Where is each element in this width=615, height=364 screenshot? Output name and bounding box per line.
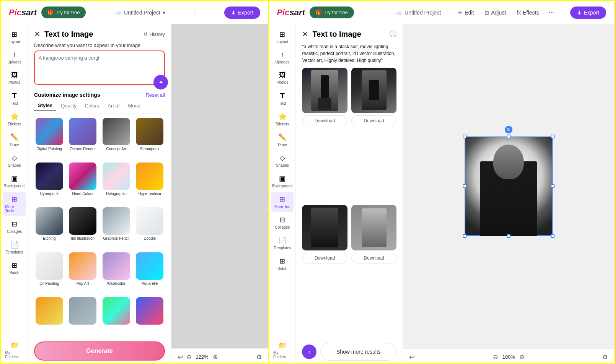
try-free-button-left[interactable]: 🎁 Try for free — [41, 6, 86, 18]
handle-rm[interactable] — [551, 184, 555, 188]
handle-br[interactable] — [551, 234, 555, 238]
handle-tr[interactable] — [551, 135, 555, 138]
style-misc2[interactable] — [68, 297, 98, 335]
style-misc3[interactable] — [101, 297, 132, 335]
handle-tm[interactable] — [507, 135, 511, 138]
sidebar-item-uploads-right[interactable]: ↑ Uploads — [271, 48, 294, 67]
reset-all-button[interactable]: Reset all — [145, 92, 165, 98]
sidebar-item-stickers-left[interactable]: ⭐ Stickers — [3, 109, 26, 129]
undo-button-right[interactable]: ↩ — [409, 353, 415, 361]
close-panel-button-right[interactable]: ✕ — [302, 29, 308, 39]
zoom-out-button-right[interactable]: ⊖ — [493, 353, 498, 361]
batch-icon-right: ⊞ — [279, 257, 285, 265]
style-misc4[interactable] — [135, 297, 165, 335]
export-button-right[interactable]: ⬇ Export — [570, 6, 606, 19]
try-free-button-right[interactable]: 🎁 Try for free — [310, 6, 354, 18]
sidebar-item-templates-left[interactable]: 📄 Templates — [3, 237, 26, 257]
rotate-handle[interactable]: ↻ — [505, 126, 512, 133]
tab-quality[interactable]: Quality — [57, 101, 80, 110]
generate-button[interactable]: Generate — [34, 341, 165, 361]
sidebar-item-myfolders-right[interactable]: 📁 My Folders — [271, 338, 294, 362]
sidebar-item-draw-right[interactable]: ✏️ Draw — [271, 130, 294, 150]
style-holographic[interactable]: Holographic — [101, 162, 132, 204]
adjust-button[interactable]: ⊟ Adjust — [480, 7, 511, 18]
tab-mood[interactable]: Mood — [124, 101, 144, 110]
sidebar-item-photos-right[interactable]: 🖼 Photos — [271, 68, 294, 88]
handle-bl[interactable] — [463, 234, 467, 238]
sidebar-item-text-left[interactable]: T Text — [3, 88, 26, 109]
zoom-out-button-left[interactable]: ⊖ — [186, 353, 191, 361]
effects-icon: fx — [517, 10, 521, 16]
sidebar-item-shapes-right[interactable]: ◇ Shapes — [271, 151, 294, 171]
style-graphite-pencil[interactable]: Graphite Pencil — [101, 207, 132, 249]
history-button[interactable]: ↺ History — [144, 31, 165, 37]
prompt-textarea-left[interactable] — [34, 50, 165, 85]
sidebar-item-batch-right[interactable]: ⊞ Batch — [271, 254, 294, 274]
sidebar-item-moretools-left[interactable]: ⊞ More Tools — [3, 192, 26, 216]
sidebar-item-layout-left[interactable]: ⊞ Layout — [3, 27, 26, 47]
uploads-icon-right: ↑ — [281, 51, 284, 59]
style-neon-colors[interactable]: Neon Colors — [68, 162, 98, 204]
prev-results-button[interactable]: ‹ — [302, 344, 316, 359]
tab-colors[interactable]: Colors — [81, 101, 103, 110]
sidebar-item-background-right[interactable]: ▣ Background — [271, 171, 294, 191]
handle-lm[interactable] — [463, 184, 467, 188]
download-button-3[interactable]: Download — [302, 253, 347, 263]
style-pop-art[interactable]: Pop Art — [68, 252, 98, 294]
sidebar-item-text-right[interactable]: T Text — [271, 88, 294, 109]
sidebar-item-collages-left[interactable]: ⊟ Collages — [3, 217, 26, 237]
sidebar-item-collages-right[interactable]: ⊟ Collages — [271, 213, 294, 232]
zoom-in-button-right[interactable]: ⊕ — [519, 353, 524, 361]
sidebar-item-layout-right[interactable]: ⊞ Layout — [271, 27, 294, 47]
sidebar-item-templates-right[interactable]: 📄 Templates — [271, 233, 294, 253]
more-options-button[interactable]: ··· — [545, 6, 558, 19]
style-octane-render[interactable]: Octane Render — [68, 118, 98, 159]
style-aquarelle[interactable]: Aquarelle — [135, 252, 165, 294]
background-icon-right: ▣ — [279, 174, 285, 183]
effects-button[interactable]: fx Effects — [512, 7, 543, 18]
zoom-in-button-left[interactable]: ⊕ — [213, 353, 218, 361]
style-steampunk[interactable]: Steampunk — [135, 118, 165, 159]
photos-icon-right: 🖼 — [279, 71, 286, 79]
handle-bm[interactable] — [507, 234, 511, 238]
sidebar-item-stickers-right[interactable]: ⭐ Stickers — [271, 109, 294, 129]
style-ink-illustration[interactable]: Ink Illustration — [68, 207, 98, 249]
tab-artof[interactable]: Art of — [104, 101, 123, 110]
style-digital-painting[interactable]: Digital Painting — [34, 118, 65, 159]
style-cyberpunk[interactable]: Cyberpunk — [34, 162, 65, 204]
info-button[interactable]: ⓘ — [390, 29, 396, 39]
handle-tl[interactable] — [463, 135, 467, 138]
undo-button-left[interactable]: ↩ — [178, 353, 183, 361]
project-name-button-right[interactable]: ☁️ Untitled Project — [396, 10, 441, 16]
canvas-settings-button-left[interactable]: ⚙ — [256, 353, 262, 361]
sidebar-item-moretools-right[interactable]: ⊞ More Too — [271, 192, 294, 212]
style-misc1[interactable] — [34, 297, 65, 335]
style-oil-painting[interactable]: Oil Painting — [34, 252, 65, 294]
style-doodle[interactable]: Doodle — [135, 207, 165, 249]
sidebar-item-shapes-left[interactable]: ◇ Shapes — [3, 151, 26, 171]
sidebar-item-batch-left[interactable]: ⊞ Batch — [3, 258, 26, 278]
style-etching[interactable]: Etching — [34, 207, 65, 249]
download-button-1[interactable]: Download — [302, 115, 347, 126]
style-concept-art[interactable]: Concept Art — [101, 118, 132, 159]
sidebar-item-photos-left[interactable]: 🖼 Photos — [3, 68, 26, 88]
sidebar-item-myfolders-left[interactable]: 📁 My Folders — [3, 338, 26, 362]
export-icon-left: ⬇ — [231, 10, 236, 16]
edit-button[interactable]: ✏ Edit — [454, 7, 478, 18]
templates-icon-left: 📄 — [10, 240, 19, 249]
export-button-left[interactable]: ⬇ Export — [224, 6, 260, 19]
show-more-button[interactable]: Show more results — [320, 343, 396, 361]
sidebar-item-draw-left[interactable]: ✏️ Draw — [3, 130, 26, 150]
download-button-2[interactable]: Download — [351, 115, 397, 126]
canvas-settings-button-right[interactable]: ⚙ — [602, 353, 608, 361]
style-watercolor[interactable]: Watercolor — [101, 252, 132, 294]
style-hyperrealism[interactable]: Hyperrealism — [135, 162, 165, 204]
canvas-image[interactable] — [465, 136, 553, 236]
project-name-button-left[interactable]: ☁️ Untitled Project ▾ — [115, 10, 165, 16]
close-panel-button-left[interactable]: ✕ — [34, 29, 41, 39]
prompt-submit-button-left[interactable]: ✦ — [153, 75, 168, 89]
download-button-4[interactable]: Download — [351, 253, 397, 263]
sidebar-item-uploads-left[interactable]: ↑ Uploads — [3, 48, 26, 67]
tab-styles[interactable]: Styles — [34, 101, 56, 110]
sidebar-item-background-left[interactable]: ▣ Background — [3, 171, 26, 191]
